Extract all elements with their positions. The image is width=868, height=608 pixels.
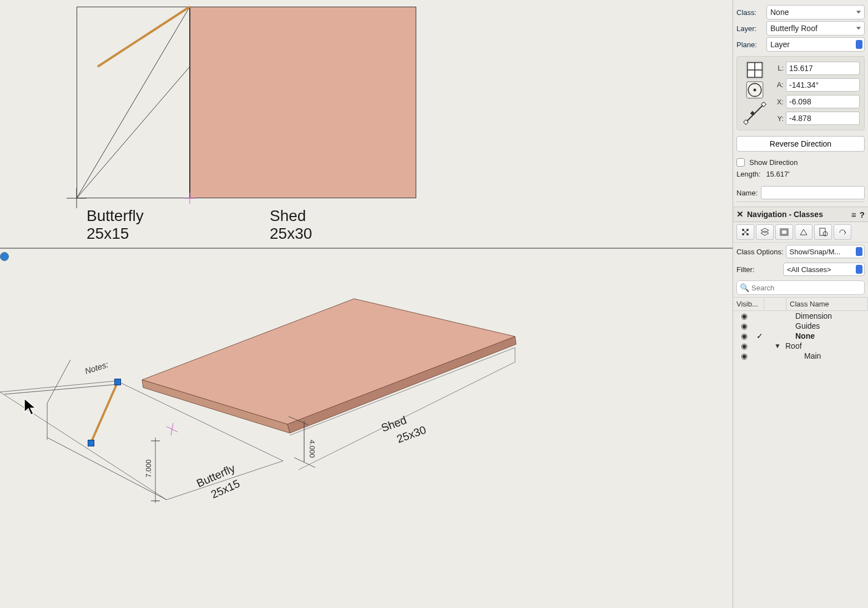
selection-handle-2[interactable] <box>88 440 94 446</box>
svg-line-20 <box>294 458 315 468</box>
line-object-icon <box>743 101 767 125</box>
plane-select[interactable]: Layer ▲▼ <box>766 37 865 52</box>
toolbar-classes-icon[interactable] <box>736 224 754 240</box>
cartesian-mode-icon[interactable] <box>746 61 764 79</box>
reverse-direction-button[interactable]: Reverse Direction <box>736 136 865 152</box>
svg-rect-31 <box>750 111 755 115</box>
toolbar-saved-views-icon[interactable] <box>814 224 832 240</box>
nav-header: ✕ Navigation - Classes ≡ ? <box>733 207 868 222</box>
viewport-top-plan[interactable]: Butterfly 25x15 Shed 25x30 <box>0 0 733 249</box>
viewport-3d[interactable]: Notes: 4.000 7.000 Shed 25x30 Butterfly … <box>0 249 733 608</box>
svg-marker-39 <box>761 228 769 233</box>
butterfly-label-line1: Butterfly <box>87 207 144 225</box>
class-row[interactable]: ◉▼Roof <box>733 341 868 351</box>
object-info-panel: Class: None Layer: Butterfly Roof Plane:… <box>733 0 868 207</box>
Y-input[interactable]: -4.878 <box>786 112 860 125</box>
svg-point-28 <box>754 89 756 92</box>
length-value: 15.617' <box>766 170 789 178</box>
class-list[interactable]: ◉Dimension◉Guides◉✓None◉▼Roof◉Main <box>733 311 868 608</box>
canvas-column: Butterfly 25x15 Shed 25x30 <box>0 0 733 608</box>
show-direction-label: Show Direction <box>749 158 798 167</box>
filter-label: Filter: <box>736 265 781 274</box>
class-row[interactable]: ◉Guides <box>733 321 868 331</box>
coord-box: L: 15.617 A: -141.34° X: -6.098 Y: -4.87… <box>736 56 865 130</box>
polar-mode-icon[interactable] <box>746 81 764 99</box>
butterfly-label-line2: 25x15 <box>87 224 129 243</box>
svg-line-0 <box>77 67 190 198</box>
X-label: X: <box>773 98 784 106</box>
class-table-header: Visib... Class Name <box>733 297 868 311</box>
notes-label: Notes: <box>84 359 109 376</box>
A-input[interactable]: -141.34° <box>786 78 860 92</box>
svg-rect-42 <box>781 230 787 234</box>
class-row[interactable]: ◉Dimension <box>733 311 868 321</box>
col-visibility[interactable]: Visib... <box>733 298 764 310</box>
visibility-eye-icon[interactable]: ◉ <box>735 331 753 340</box>
right-panel: Class: None Layer: Butterfly Roof Plane:… <box>733 0 868 608</box>
visibility-eye-icon[interactable]: ◉ <box>735 341 753 350</box>
layer-label: Layer: <box>736 24 763 33</box>
X-input[interactable]: -6.098 <box>786 95 860 108</box>
toolbar-references-icon[interactable] <box>834 224 851 240</box>
class-row[interactable]: ◉✓None <box>733 331 868 341</box>
class-label: Class: <box>736 8 763 17</box>
shed-label-line1: Shed <box>270 207 306 225</box>
app-root: Butterfly 25x15 Shed 25x30 <box>0 0 868 608</box>
iso-overlay-svg: Notes: 4.000 7.000 Shed 25x30 Butterfly … <box>0 249 733 608</box>
visibility-eye-icon[interactable]: ◉ <box>735 321 753 330</box>
A-label: A: <box>773 81 784 89</box>
svg-line-23 <box>171 423 173 435</box>
class-options-label: Class Options: <box>736 248 784 256</box>
search-icon: 🔍 <box>740 283 749 292</box>
svg-line-2 <box>98 7 190 67</box>
L-input[interactable]: 15.617 <box>786 62 860 75</box>
selection-handle-1[interactable] <box>114 379 121 385</box>
col-classname[interactable]: Class Name <box>786 298 868 310</box>
toolbar-layers-icon[interactable] <box>756 224 774 240</box>
layer-select[interactable]: Butterfly Roof <box>766 21 865 36</box>
toolbar-viewports-icon[interactable] <box>795 224 813 240</box>
name-input[interactable] <box>761 186 865 199</box>
show-direction-checkbox[interactable] <box>736 158 745 167</box>
svg-line-15 <box>91 382 118 443</box>
L-label: L: <box>773 64 784 72</box>
class-name-label: Main <box>783 351 866 360</box>
active-check-icon: ✓ <box>753 331 766 340</box>
class-select[interactable]: None <box>766 5 865 19</box>
mouse-cursor-icon <box>23 398 38 420</box>
plane-label: Plane: <box>736 41 763 49</box>
nav-title: Navigation - Classes <box>747 210 823 219</box>
visibility-eye-icon[interactable]: ◉ <box>735 311 753 320</box>
class-name-label: Guides <box>783 321 866 330</box>
dim-7000: 7.000 <box>144 459 153 478</box>
class-options-select[interactable]: Show/Snap/M...▲▼ <box>786 245 865 258</box>
shed-label-line2: 25x30 <box>270 224 312 243</box>
class-name-label: Dimension <box>783 311 866 320</box>
dim-4000: 4.000 <box>308 440 316 458</box>
visibility-eye-icon[interactable]: ◉ <box>735 351 753 360</box>
name-label: Name: <box>736 189 758 197</box>
menu-icon[interactable]: ≡ <box>851 210 856 219</box>
svg-line-1 <box>77 7 190 198</box>
class-name-label: Roof <box>783 341 866 350</box>
length-label: Length: <box>736 170 760 178</box>
nav-toolbar <box>733 222 868 243</box>
help-icon[interactable]: ? <box>860 210 865 219</box>
filter-select[interactable]: <All Classes>▲▼ <box>783 263 865 276</box>
close-icon[interactable]: ✕ <box>736 209 744 219</box>
search-input[interactable] <box>736 280 865 295</box>
toolbar-sheet-icon[interactable] <box>775 224 793 240</box>
Y-label: Y: <box>773 114 784 123</box>
disclosure-icon[interactable]: ▼ <box>766 342 783 350</box>
svg-line-11 <box>4 384 119 394</box>
class-row[interactable]: ◉Main <box>733 351 868 361</box>
class-name-label: None <box>783 331 866 340</box>
svg-marker-40 <box>761 231 769 235</box>
svg-line-12 <box>47 360 70 403</box>
